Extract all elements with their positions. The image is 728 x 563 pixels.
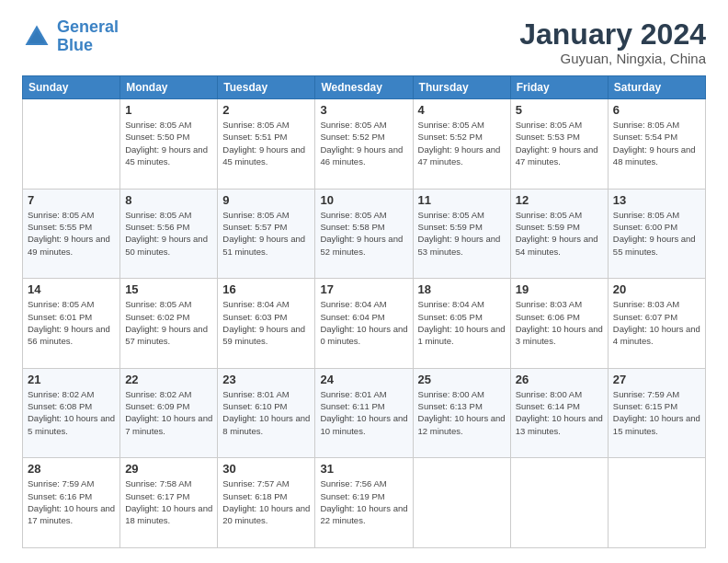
day-info: Sunrise: 8:05 AM Sunset: 5:52 PM Dayligh… bbox=[418, 119, 506, 167]
day-info: Sunrise: 8:05 AM Sunset: 5:59 PM Dayligh… bbox=[516, 209, 603, 258]
logo-line1: General bbox=[57, 17, 119, 36]
day-number: 10 bbox=[320, 193, 407, 207]
sunset: Sunset: 6:06 PM bbox=[516, 312, 580, 322]
sunrise: Sunrise: 7:58 AM bbox=[125, 478, 191, 488]
day-number: 4 bbox=[418, 103, 506, 117]
sunrise: Sunrise: 8:05 AM bbox=[418, 120, 484, 130]
daylight: Daylight: 10 hours and 18 minutes. bbox=[125, 503, 212, 525]
day-info: Sunrise: 8:05 AM Sunset: 6:01 PM Dayligh… bbox=[28, 298, 115, 347]
sunrise: Sunrise: 7:59 AM bbox=[613, 389, 679, 399]
col-monday: Monday bbox=[120, 76, 218, 99]
calendar-cell: 31 Sunrise: 7:56 AM Sunset: 6:19 PM Dayl… bbox=[315, 458, 413, 548]
day-number: 28 bbox=[28, 462, 115, 476]
calendar-cell bbox=[23, 99, 120, 190]
day-info: Sunrise: 8:05 AM Sunset: 5:55 PM Dayligh… bbox=[28, 209, 115, 258]
calendar-cell: 4 Sunrise: 8:05 AM Sunset: 5:52 PM Dayli… bbox=[413, 99, 510, 190]
day-number: 24 bbox=[320, 373, 407, 386]
daylight: Daylight: 10 hours and 12 minutes. bbox=[418, 413, 506, 435]
logo: General Blue bbox=[22, 18, 119, 55]
sunrise: Sunrise: 8:03 AM bbox=[613, 299, 679, 309]
sunset: Sunset: 6:10 PM bbox=[222, 401, 287, 411]
day-info: Sunrise: 8:04 AM Sunset: 6:04 PM Dayligh… bbox=[320, 298, 407, 347]
day-info: Sunrise: 7:59 AM Sunset: 6:15 PM Dayligh… bbox=[613, 388, 700, 437]
daylight: Daylight: 9 hours and 48 minutes. bbox=[613, 144, 696, 167]
day-number: 17 bbox=[320, 282, 407, 296]
day-number: 16 bbox=[222, 282, 310, 296]
sunrise: Sunrise: 7:56 AM bbox=[320, 478, 386, 488]
day-info: Sunrise: 8:05 AM Sunset: 5:58 PM Dayligh… bbox=[320, 209, 407, 258]
day-number: 27 bbox=[613, 373, 700, 386]
day-info: Sunrise: 8:01 AM Sunset: 6:11 PM Dayligh… bbox=[320, 388, 407, 437]
col-wednesday: Wednesday bbox=[315, 76, 413, 99]
day-info: Sunrise: 8:05 AM Sunset: 5:56 PM Dayligh… bbox=[125, 209, 212, 258]
sunrise: Sunrise: 8:05 AM bbox=[222, 120, 289, 130]
calendar-cell: 9 Sunrise: 8:05 AM Sunset: 5:57 PM Dayli… bbox=[218, 189, 315, 279]
day-info: Sunrise: 8:05 AM Sunset: 5:59 PM Dayligh… bbox=[418, 209, 506, 258]
day-number: 31 bbox=[320, 462, 407, 476]
sunrise: Sunrise: 8:01 AM bbox=[222, 389, 289, 399]
daylight: Daylight: 10 hours and 8 minutes. bbox=[222, 413, 310, 435]
sunset: Sunset: 6:13 PM bbox=[418, 401, 483, 411]
sunrise: Sunrise: 7:57 AM bbox=[222, 478, 289, 488]
day-info: Sunrise: 8:05 AM Sunset: 6:00 PM Dayligh… bbox=[613, 209, 700, 258]
daylight: Daylight: 10 hours and 4 minutes. bbox=[613, 324, 700, 346]
daylight: Daylight: 9 hours and 50 minutes. bbox=[125, 234, 208, 256]
day-number: 7 bbox=[28, 193, 115, 207]
sunrise: Sunrise: 8:04 AM bbox=[418, 299, 484, 309]
daylight: Daylight: 9 hours and 51 minutes. bbox=[222, 234, 305, 256]
day-number: 19 bbox=[516, 282, 603, 296]
sunset: Sunset: 6:03 PM bbox=[222, 312, 287, 322]
calendar-cell: 21 Sunrise: 8:02 AM Sunset: 6:08 PM Dayl… bbox=[23, 368, 120, 458]
daylight: Daylight: 10 hours and 10 minutes. bbox=[320, 413, 407, 435]
sunset: Sunset: 5:56 PM bbox=[125, 222, 189, 232]
month-title: January 2024 bbox=[519, 18, 706, 51]
daylight: Daylight: 10 hours and 17 minutes. bbox=[28, 503, 115, 525]
sunset: Sunset: 6:09 PM bbox=[125, 401, 189, 411]
logo-line2: Blue bbox=[57, 36, 93, 54]
calendar-cell: 30 Sunrise: 7:57 AM Sunset: 6:18 PM Dayl… bbox=[218, 458, 315, 548]
day-number: 8 bbox=[125, 193, 212, 207]
sunrise: Sunrise: 8:05 AM bbox=[28, 210, 94, 220]
sunset: Sunset: 6:16 PM bbox=[28, 491, 92, 501]
day-number: 5 bbox=[516, 103, 603, 117]
day-info: Sunrise: 8:03 AM Sunset: 6:07 PM Dayligh… bbox=[613, 298, 700, 347]
calendar-table: Sunday Monday Tuesday Wednesday Thursday… bbox=[22, 75, 706, 548]
calendar-cell: 11 Sunrise: 8:05 AM Sunset: 5:59 PM Dayl… bbox=[413, 189, 510, 279]
daylight: Daylight: 9 hours and 45 minutes. bbox=[125, 144, 208, 167]
location-subtitle: Guyuan, Ningxia, China bbox=[519, 51, 706, 66]
sunset: Sunset: 6:01 PM bbox=[28, 312, 92, 322]
calendar-cell: 24 Sunrise: 8:01 AM Sunset: 6:11 PM Dayl… bbox=[315, 368, 413, 458]
day-info: Sunrise: 8:05 AM Sunset: 5:51 PM Dayligh… bbox=[222, 119, 310, 167]
page: General Blue January 2024 Guyuan, Ningxi… bbox=[0, 0, 728, 563]
day-number: 30 bbox=[222, 462, 310, 476]
calendar-cell: 19 Sunrise: 8:03 AM Sunset: 6:06 PM Dayl… bbox=[510, 279, 608, 369]
sunset: Sunset: 6:17 PM bbox=[125, 491, 189, 501]
calendar-cell: 27 Sunrise: 7:59 AM Sunset: 6:15 PM Dayl… bbox=[608, 368, 705, 458]
calendar-cell bbox=[413, 458, 510, 548]
sunrise: Sunrise: 8:02 AM bbox=[28, 389, 94, 399]
daylight: Daylight: 9 hours and 52 minutes. bbox=[320, 234, 403, 256]
sunset: Sunset: 5:57 PM bbox=[222, 222, 287, 232]
calendar-cell: 13 Sunrise: 8:05 AM Sunset: 6:00 PM Dayl… bbox=[608, 189, 705, 279]
day-info: Sunrise: 8:05 AM Sunset: 6:02 PM Dayligh… bbox=[125, 298, 212, 347]
sunset: Sunset: 6:15 PM bbox=[613, 401, 677, 411]
sunset: Sunset: 5:50 PM bbox=[125, 132, 189, 142]
calendar-cell: 20 Sunrise: 8:03 AM Sunset: 6:07 PM Dayl… bbox=[608, 279, 705, 369]
sunrise: Sunrise: 8:05 AM bbox=[125, 210, 191, 220]
sunset: Sunset: 5:52 PM bbox=[418, 132, 483, 142]
sunrise: Sunrise: 8:04 AM bbox=[222, 299, 289, 309]
day-number: 25 bbox=[418, 373, 506, 386]
week-row-4: 21 Sunrise: 8:02 AM Sunset: 6:08 PM Dayl… bbox=[23, 368, 706, 458]
day-info: Sunrise: 8:05 AM Sunset: 5:50 PM Dayligh… bbox=[125, 119, 212, 167]
calendar-cell: 15 Sunrise: 8:05 AM Sunset: 6:02 PM Dayl… bbox=[120, 279, 218, 369]
sunrise: Sunrise: 8:05 AM bbox=[320, 120, 386, 130]
sunset: Sunset: 5:59 PM bbox=[516, 222, 580, 232]
calendar-cell: 1 Sunrise: 8:05 AM Sunset: 5:50 PM Dayli… bbox=[120, 99, 218, 190]
col-saturday: Saturday bbox=[608, 76, 705, 99]
col-sunday: Sunday bbox=[23, 76, 120, 99]
daylight: Daylight: 9 hours and 53 minutes. bbox=[418, 234, 501, 256]
col-thursday: Thursday bbox=[413, 76, 510, 99]
daylight: Daylight: 10 hours and 20 minutes. bbox=[222, 503, 310, 525]
daylight: Daylight: 10 hours and 0 minutes. bbox=[320, 324, 407, 346]
sunset: Sunset: 5:51 PM bbox=[222, 132, 287, 142]
